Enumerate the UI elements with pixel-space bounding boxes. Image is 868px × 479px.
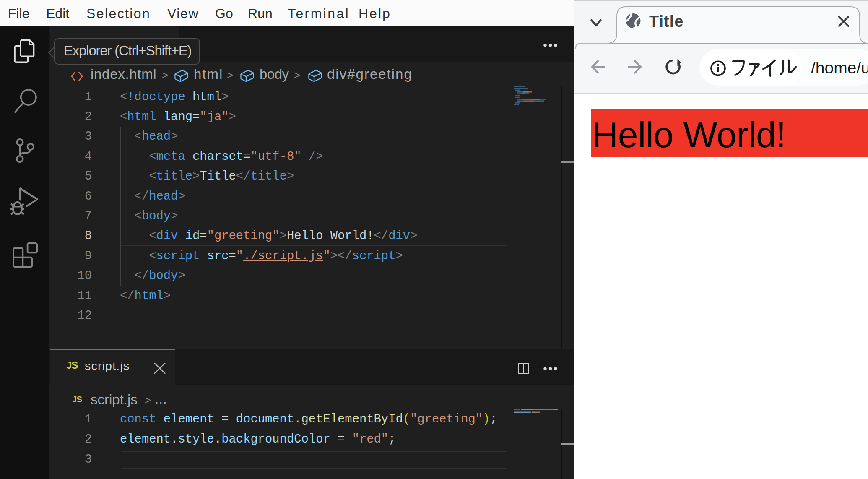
svg-text:/home/us: /home/us: [811, 59, 868, 77]
svg-text:Title: Title: [649, 13, 683, 30]
